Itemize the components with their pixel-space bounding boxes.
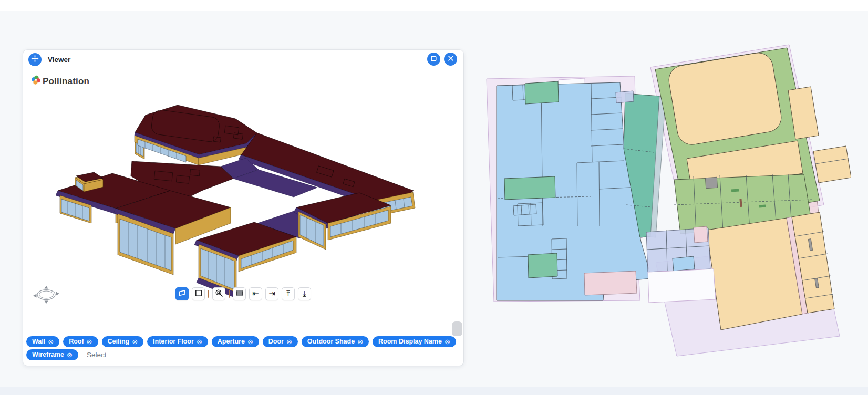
chip-roof[interactable]: Roof⊗: [63, 336, 98, 347]
plan-view-button[interactable]: [192, 287, 205, 300]
chip-wireframe[interactable]: Wireframe⊗: [26, 349, 78, 360]
viewer-window: Viewer Pollination: [23, 50, 463, 366]
drag-handle-button[interactable]: [28, 53, 42, 66]
move-icon: [31, 55, 39, 64]
view-toolbar: ⇤ ⇥ ⤒ ⤓: [175, 287, 311, 300]
titlebar: Viewer: [23, 50, 463, 69]
square-outline-icon: [194, 289, 203, 299]
arrow-to-left-icon: ⇤: [252, 290, 259, 298]
chip-door[interactable]: Door⊗: [263, 336, 298, 347]
arrow-to-top-icon: ⤒: [286, 290, 290, 298]
move-left-button[interactable]: ⇤: [249, 287, 262, 300]
zoom-extents-button[interactable]: [212, 287, 225, 300]
remove-icon[interactable]: ⊗: [197, 338, 202, 345]
chip-ceiling[interactable]: Ceiling⊗: [102, 336, 144, 347]
top-band: [0, 0, 868, 11]
filter-chips: Wall⊗ Roof⊗ Ceiling⊗ Interior Floor⊗ Ape…: [26, 336, 456, 360]
plan-periwinkle-rooms: [646, 226, 716, 303]
camera-view-button[interactable]: [175, 287, 189, 300]
chip-room-display-name[interactable]: Room Display Name⊗: [373, 336, 456, 347]
restore-button[interactable]: [427, 53, 440, 66]
remove-icon[interactable]: ⊗: [357, 338, 363, 345]
remove-icon[interactable]: ⊗: [67, 351, 73, 358]
remove-icon[interactable]: ⊗: [286, 338, 292, 345]
move-right-button[interactable]: ⇥: [265, 287, 278, 300]
remove-icon[interactable]: ⊗: [445, 338, 450, 345]
gray-swatch-icon: [235, 289, 244, 299]
bottom-band: [0, 387, 868, 395]
page-background: { "window": { "title": "Viewer" }, "bran…: [0, 0, 868, 395]
scrollbar-thumb[interactable]: [452, 321, 462, 336]
background-color-button[interactable]: [233, 287, 246, 300]
remove-icon[interactable]: ⊗: [247, 338, 253, 345]
chip-aperture[interactable]: Aperture⊗: [212, 336, 259, 347]
remove-icon[interactable]: ⊗: [48, 338, 54, 345]
remove-icon[interactable]: ⊗: [132, 338, 138, 345]
chip-row-2: Wireframe⊗ Select: [26, 349, 456, 360]
magnifier-icon: [215, 289, 223, 299]
front-center-block: [194, 222, 296, 297]
right-front-wing: [294, 193, 391, 250]
move-up-button[interactable]: ⤒: [282, 287, 295, 300]
floor-plan: [473, 32, 851, 360]
move-down-button[interactable]: ⤓: [298, 287, 311, 300]
toolbar-separator: [229, 290, 230, 298]
toolbar-separator: [208, 290, 209, 298]
camera-3d-icon: [178, 289, 187, 299]
orbit-gizmo[interactable]: [32, 284, 62, 307]
arrow-to-right-icon: ⇥: [268, 290, 275, 298]
select-label[interactable]: Select: [87, 351, 107, 359]
arrow-to-bottom-icon: ⤓: [303, 290, 306, 298]
plan-pink-room: [584, 271, 637, 295]
model-viewport[interactable]: ⇤ ⇥ ⤒ ⤓: [23, 69, 463, 334]
restore-icon: [430, 55, 437, 64]
chip-interior-floor[interactable]: Interior Floor⊗: [147, 336, 208, 347]
top-block: [135, 105, 259, 165]
chip-wall[interactable]: Wall⊗: [26, 336, 59, 347]
chip-outdoor-shade[interactable]: Outdoor Shade⊗: [302, 336, 369, 347]
close-button[interactable]: [444, 53, 457, 66]
remove-icon[interactable]: ⊗: [87, 338, 92, 345]
chip-row-1: Wall⊗ Roof⊗ Ceiling⊗ Interior Floor⊗ Ape…: [26, 336, 456, 347]
close-icon: [448, 55, 454, 63]
window-title: Viewer: [48, 56, 70, 64]
